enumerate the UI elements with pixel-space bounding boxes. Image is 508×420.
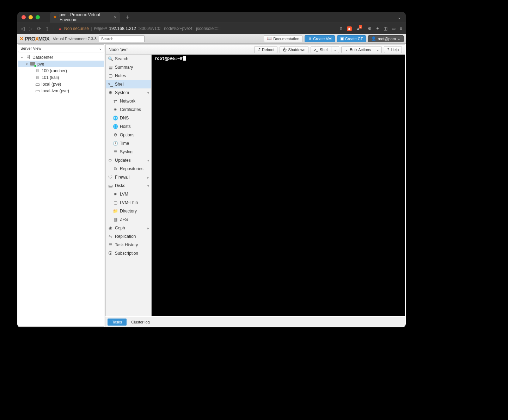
menu-subscription[interactable]: ⦿Subscription — [106, 249, 151, 258]
proxmox-logo[interactable]: ✕ PROXMOX — [19, 36, 49, 42]
menu-shell[interactable]: >_Shell — [106, 80, 151, 88]
menu-firewall[interactable]: 🛡Firewall▸ — [106, 173, 151, 181]
terminal-icon: >_ — [314, 48, 318, 52]
menu-repositories[interactable]: ⧉Repositories — [106, 165, 151, 173]
security-label: Non sécurisé — [64, 26, 89, 31]
tab-tasks[interactable]: Tasks — [108, 319, 127, 326]
menu-lvm[interactable]: ■LVM — [106, 190, 151, 198]
brave-rewards-icon[interactable]: ▲2 — [356, 26, 363, 31]
chevron-down-icon: ▾ — [147, 91, 149, 95]
tree-vm-101[interactable]: 🖥 101 (kali) — [18, 74, 104, 81]
help-button[interactable]: ?Help — [384, 46, 402, 53]
browser-tab[interactable]: ✕ pve - Proxmox Virtual Environm × — [50, 12, 120, 23]
bulk-actions-button[interactable]: ⋮Bulk Actions⌄ — [341, 46, 382, 53]
menu-lvmthin[interactable]: ▢LVM-Thin — [106, 198, 151, 207]
resource-tree: ▾ 🗄 Datacenter ▾ pve 🖥 100 (rancher) — [18, 53, 104, 327]
menu-time[interactable]: 🕑Time — [106, 139, 151, 148]
tab-title: pve - Proxmox Virtual Environm — [60, 12, 111, 22]
address-bar: ◁ ▷ ⟳ ▯ | ▲ Non sécurisé | https://192.1… — [17, 23, 406, 34]
titlebar: ✕ pve - Proxmox Virtual Environm × + ⌄ — [17, 12, 406, 23]
chevron-down-icon[interactable]: ⌄ — [374, 47, 381, 52]
forward-button[interactable]: ▷ — [29, 26, 33, 31]
menu-icon[interactable]: ≡ — [400, 26, 402, 31]
tree-datacenter[interactable]: ▾ 🗄 Datacenter — [18, 54, 104, 61]
chevron-down-icon: ⌄ — [99, 46, 102, 51]
list-icon: ☰ — [108, 242, 113, 247]
shell-console[interactable]: root@pve:~# — [152, 55, 405, 316]
bottom-bar: Tasks Cluster log — [105, 317, 405, 327]
maximize-window-icon[interactable] — [36, 15, 40, 19]
undo-icon: ↺ — [257, 47, 261, 52]
documentation-button[interactable]: 📖Documentation — [264, 35, 302, 42]
menu-syslog[interactable]: ☰Syslog — [106, 148, 151, 156]
create-ct-button[interactable]: ▣Create CT — [337, 35, 366, 42]
square-icon: ■ — [113, 192, 118, 197]
account-icon[interactable]: ▭ — [392, 26, 396, 31]
extensions-icon[interactable]: ✦ — [376, 26, 379, 31]
menu-search[interactable]: 🔍Search — [106, 55, 151, 63]
reboot-button[interactable]: ↺Reboot — [254, 46, 277, 53]
tree-storage-local[interactable]: 🗃 local (pve) — [18, 81, 104, 87]
node-toolbar: Node 'pve' ↺Reboot ⏻Shutdown >_Shell⌄ ⋮B… — [106, 45, 405, 55]
warning-icon: ▲ — [58, 26, 62, 31]
menu-hosts[interactable]: 🌐Hosts — [106, 122, 151, 131]
browser-window: ✕ pve - Proxmox Virtual Environm × + ⌄ ◁… — [17, 12, 406, 327]
shell-split-button[interactable]: >_Shell⌄ — [311, 46, 339, 53]
menu-dns[interactable]: 🌐DNS — [106, 114, 151, 122]
minimize-window-icon[interactable] — [29, 15, 33, 19]
menu-ceph[interactable]: ◉Ceph▸ — [106, 224, 151, 232]
menu-summary[interactable]: ▤Summary — [106, 63, 151, 72]
tree-node-pve[interactable]: ▾ pve — [18, 61, 104, 67]
menu-notes[interactable]: ▢Notes — [106, 72, 151, 80]
monitor-icon: 🖥 — [308, 37, 312, 41]
bookmark-icon[interactable]: ▯ — [45, 26, 48, 31]
create-vm-button[interactable]: 🖥Create VM — [305, 35, 335, 42]
expand-icon[interactable]: ▾ — [20, 56, 24, 59]
view-selector[interactable]: Server View ⌄ — [18, 44, 104, 52]
chevron-right-icon: ▸ — [147, 226, 149, 230]
tabs-dropdown-icon[interactable]: ⌄ — [397, 14, 402, 20]
tab-close-icon[interactable]: × — [114, 14, 117, 20]
side-menu: 🔍Search ▤Summary ▢Notes >_Shell ⚙System▾… — [106, 55, 152, 316]
menu-updates[interactable]: ⟳Updates▾ — [106, 156, 151, 165]
gears-icon: ⚙ — [108, 90, 113, 95]
chevron-down-icon: ▾ — [147, 159, 149, 162]
content-row: 🔍Search ▤Summary ▢Notes >_Shell ⚙System▾… — [106, 55, 405, 316]
tab-cluster-log[interactable]: Cluster log — [127, 319, 154, 326]
env-label: Virtual Environment 7.3-3 — [53, 37, 97, 41]
back-button[interactable]: ◁ — [21, 26, 25, 31]
sidebar-icon[interactable]: ◫ — [384, 26, 387, 31]
menu-certificates[interactable]: ✷Certificates — [106, 105, 151, 114]
menu-options[interactable]: ⚙Options — [106, 131, 151, 139]
disk-icon: 🖴 — [108, 183, 113, 188]
menu-system[interactable]: ⚙System▾ — [106, 88, 151, 97]
brave-shield-icon[interactable]: ◆ — [347, 26, 352, 31]
menu-task-history[interactable]: ☰Task History — [106, 241, 151, 249]
new-tab-button[interactable]: + — [126, 14, 130, 21]
menu-zfs[interactable]: ▦ZFS — [106, 215, 151, 224]
tree-storage-locallvm[interactable]: 🗃 local-lvm (pve) — [18, 87, 104, 94]
url-display[interactable]: ▲ Non sécurisé | https://192.168.1.212:8… — [58, 26, 335, 31]
user-menu-button[interactable]: 👤root@pam ⌄ — [368, 35, 404, 42]
expand-icon[interactable]: ▾ — [25, 62, 29, 66]
menu-disks[interactable]: 🖴Disks▾ — [106, 181, 151, 190]
menu-network[interactable]: ⇄Network — [106, 97, 151, 105]
view-label: Server View — [20, 46, 41, 50]
more-icon: ⋮ — [344, 47, 348, 52]
shutdown-button[interactable]: ⏻Shutdown — [280, 46, 308, 53]
chevron-down-icon[interactable]: ⌄ — [331, 47, 339, 52]
devtools-icon[interactable]: ⚙ — [368, 26, 372, 31]
user-icon: 👤 — [371, 36, 376, 41]
tree-vm-100[interactable]: 🖥 100 (rancher) — [18, 67, 104, 74]
close-window-icon[interactable] — [22, 15, 26, 19]
storage-icon: 🗃 — [35, 82, 40, 87]
share-icon[interactable]: ⇪ — [339, 26, 343, 31]
menu-directory[interactable]: 📁Directory — [106, 207, 151, 215]
square-outline-icon: ▢ — [113, 200, 118, 205]
reload-button[interactable]: ⟳ — [37, 26, 41, 31]
terminal-icon: >_ — [108, 82, 113, 87]
book-icon: 📖 — [267, 36, 272, 41]
global-search-input[interactable] — [99, 35, 145, 42]
menu-replication[interactable]: ⇋Replication — [106, 232, 151, 241]
cursor-icon — [183, 56, 186, 61]
